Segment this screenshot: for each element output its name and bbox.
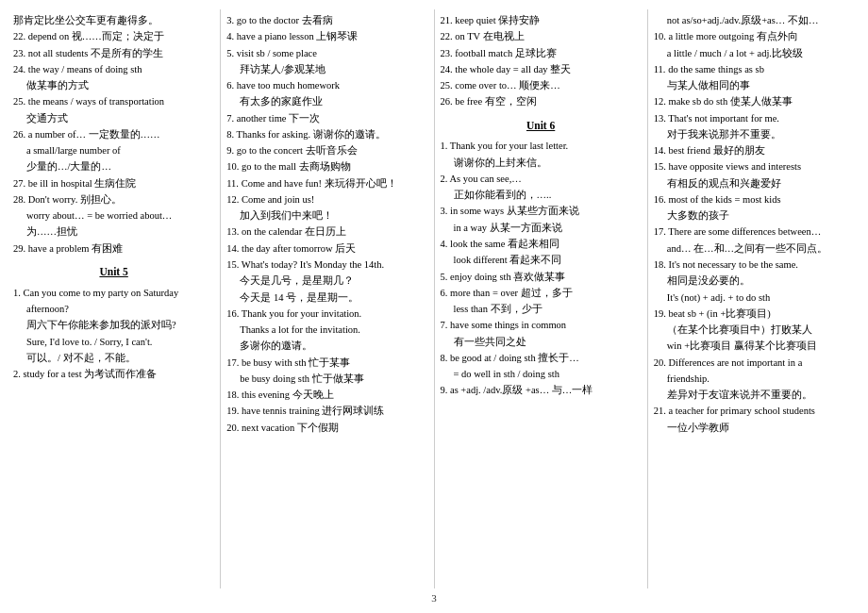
- list-item: = do well in sth / doing sth: [454, 367, 642, 382]
- entry-text: not all students 不是所有的学生: [28, 48, 163, 58]
- column-3: 21. keep quiet 保持安静 22. on TV 在电视上 23. f…: [435, 9, 648, 588]
- list-item: 差异对于友谊来说并不重要的。: [667, 388, 855, 403]
- entry-num: 4.: [441, 239, 451, 249]
- list-item: 23. not all students 不是所有的学生: [13, 46, 214, 61]
- entry-text: 少量的…/大量的…: [26, 161, 111, 172]
- entry-text: the means / ways of transportation: [28, 96, 164, 107]
- list-item: 有相反的观点和兴趣爱好: [667, 176, 855, 191]
- entry-text: the day after tomorrow 后天: [242, 243, 356, 254]
- entry-text: have a problem 有困难: [28, 243, 123, 254]
- entry-num: 11.: [654, 64, 668, 75]
- content-columns: 那肯定比坐公交车更有趣得多。 22. depend on 视……而定；决定于 2…: [8, 9, 860, 588]
- list-item: 1. Can you come to my party on Saturday: [13, 286, 214, 301]
- entry-text: this evening 今天晚上: [242, 389, 334, 400]
- list-item: 加入到我们中来吧！: [240, 208, 427, 224]
- list-item: 有一些共同之处: [454, 335, 642, 350]
- list-item: 24. the whole day = all day 整天: [441, 62, 642, 77]
- entry-text: on TV 在电视上: [455, 31, 524, 41]
- entry-text: win +比赛项目 赢得某个比赛项目: [667, 340, 817, 351]
- entry-text: a little more outgoing 有点外向: [669, 31, 798, 41]
- list-item: 今天是几号，是星期几？: [240, 273, 427, 289]
- list-item: 7. have some things in common: [441, 318, 642, 333]
- list-item: 14. the day after tomorrow 后天: [226, 241, 427, 257]
- entry-num: 6.: [441, 288, 451, 298]
- entry-num: 21.: [654, 406, 669, 416]
- entry-num: 25.: [13, 96, 28, 107]
- list-item: It's (not) + adj. + to do sth: [667, 290, 855, 306]
- list-item: 17. be busy with sth 忙于某事: [226, 356, 427, 371]
- entry-text: depend on 视……而定；决定于: [28, 31, 164, 41]
- entry-text: 正如你能看到的，…..: [454, 190, 552, 200]
- list-item: 12. make sb do sth 使某人做某事: [654, 94, 855, 109]
- list-item: 有太多的家庭作业: [240, 94, 427, 109]
- entry-text: Sure, I'd love to. / Sorry, I can't.: [26, 337, 152, 347]
- entry-num: 6.: [226, 80, 237, 91]
- entry-text: 多谢你的邀请。: [240, 340, 312, 351]
- list-item: 21. a teacher for primary school student…: [654, 404, 855, 419]
- entry-text: 今天是 14 号，是星期一。: [240, 292, 359, 303]
- entry-text: beat sb + (in +比赛项目): [669, 308, 771, 319]
- entry-text: 那肯定比坐公交车更有趣得多。: [13, 15, 159, 25]
- entry-num: 29.: [13, 243, 28, 254]
- entry-num: 24.: [13, 64, 28, 75]
- entry-num: 17.: [654, 226, 669, 237]
- entry-num: 22.: [441, 31, 456, 41]
- list-item: 为……担忧: [26, 224, 214, 240]
- list-item: 今天是 14 号，是星期一。: [240, 290, 427, 306]
- unit-5-title: Unit 5: [13, 264, 214, 281]
- list-item: 11. Come and have fun! 来玩得开心吧！: [226, 176, 427, 191]
- list-item: 18. It's not necessary to be the same.: [654, 257, 855, 273]
- list-item: 做某事的方式: [26, 78, 214, 93]
- entry-text: a little / much / a lot + adj.比较级: [667, 48, 803, 58]
- list-item: 10. go to the mall 去商场购物: [226, 159, 427, 174]
- list-item: 27. be ill in hospital 生病住院: [13, 176, 214, 191]
- entry-num: 23.: [441, 48, 456, 58]
- list-item: 13. That's not important for me.: [654, 111, 855, 126]
- list-item: 8. be good at / doing sth 擅长于…: [441, 351, 642, 366]
- entry-num: 9.: [441, 385, 451, 395]
- entry-num: 13.: [226, 226, 242, 237]
- entry-text: Don't worry. 别担心。: [28, 194, 122, 205]
- entry-text: most of the kids = most kids: [669, 194, 781, 205]
- column-2: 3. go to the doctor 去看病 4. have a piano …: [221, 9, 434, 588]
- entry-text: less than 不到，少于: [454, 304, 542, 314]
- list-item: 21. keep quiet 保持安静: [441, 13, 642, 28]
- entry-num: 4.: [226, 31, 237, 41]
- entry-text: the whole day = all day 整天: [455, 64, 571, 75]
- entry-text: have a piano lesson 上钢琴课: [237, 31, 359, 41]
- list-item: 6. more than = over 超过，多于: [441, 286, 642, 301]
- list-item: 可以。/ 对不起，不能。: [26, 351, 214, 366]
- list-item: 多谢你的邀请。: [240, 339, 427, 354]
- list-item: 5. visit sb / some place: [226, 46, 427, 61]
- list-item: 12. Come and join us!: [226, 192, 427, 207]
- entry-num: 1.: [441, 141, 450, 151]
- entry-text: 一位小学教师: [667, 422, 729, 433]
- entry-num: 19.: [226, 406, 242, 416]
- list-item: in a way 从某一方面来说: [454, 221, 642, 236]
- list-item: 与某人做相同的事: [667, 78, 855, 93]
- entry-text: enjoy doing sth 喜欢做某事: [450, 272, 565, 282]
- entry-text: not as/so+adj./adv.原级+as… 不如…: [667, 15, 819, 25]
- entry-text: have too much homework: [237, 80, 340, 91]
- list-item: 4. look the same 看起来相同: [441, 237, 642, 252]
- entry-num: 20.: [654, 357, 669, 368]
- list-item: a small/large number of: [26, 143, 214, 158]
- column-4: not as/so+adj./adv.原级+as… 不如… 10. a litt…: [648, 9, 860, 588]
- entry-num: 9.: [226, 145, 237, 156]
- list-item: afternoon?: [26, 302, 214, 317]
- entry-text: another time 下一次: [237, 113, 320, 124]
- entry-num: 16.: [226, 308, 242, 319]
- list-item: 周六下午你能来参加我的派对吗?: [26, 318, 214, 333]
- entry-text: 有太多的家庭作业: [240, 96, 323, 107]
- list-item: 5. enjoy doing sth 喜欢做某事: [441, 270, 642, 285]
- entry-num: 16.: [654, 194, 669, 205]
- entry-num: 8.: [441, 353, 451, 363]
- list-item: 大多数的孩子: [667, 208, 855, 224]
- list-item: 19. have tennis training 进行网球训练: [226, 404, 427, 419]
- entry-num: 18.: [654, 259, 669, 270]
- entry-text: It's not necessary to be the same.: [669, 259, 798, 270]
- entry-num: 13.: [654, 113, 669, 124]
- page-number: 3: [8, 592, 860, 604]
- list-item: 相同是没必要的。: [667, 273, 855, 289]
- entry-num: 2.: [13, 369, 24, 379]
